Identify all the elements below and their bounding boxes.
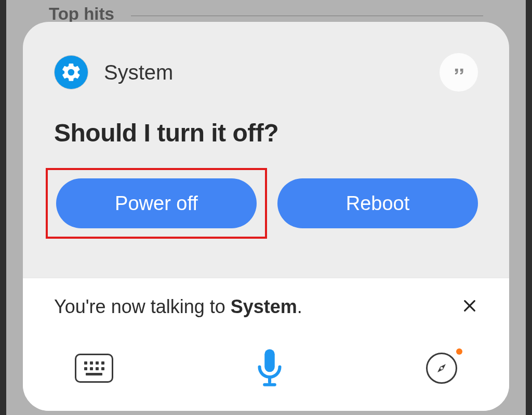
bottom-panel: You're now talking to System. [23, 278, 509, 411]
close-icon[interactable] [461, 296, 478, 318]
assistant-prompt: Should I turn it off? [23, 92, 509, 147]
notification-dot-icon [456, 348, 462, 355]
system-label: System [104, 61, 173, 84]
divider [131, 16, 483, 16]
status-row: You're now talking to System. [23, 278, 509, 318]
reboot-button[interactable]: Reboot [277, 178, 478, 228]
power-off-highlight: Power off [46, 168, 267, 239]
microphone-icon[interactable] [254, 348, 285, 388]
dialog-header: System [23, 22, 509, 92]
compass-icon[interactable] [426, 353, 457, 384]
assistant-dialog: System Should I turn it off? Power off R… [23, 22, 509, 411]
keyboard-icon[interactable] [75, 354, 113, 383]
top-hits-label: Top hits [49, 4, 114, 24]
status-text: You're now talking to System. [54, 296, 302, 318]
svg-point-6 [441, 367, 443, 370]
input-action-row [23, 318, 509, 388]
reboot-wrap: Reboot [277, 178, 478, 228]
status-suffix: . [297, 296, 302, 317]
svg-rect-2 [264, 349, 275, 372]
action-button-row: Power off Reboot [23, 147, 509, 249]
quote-button[interactable] [440, 53, 478, 92]
status-prefix: You're now talking to [54, 296, 231, 317]
system-gear-icon [54, 55, 88, 89]
power-off-button[interactable]: Power off [56, 178, 257, 228]
status-entity: System [231, 296, 297, 317]
